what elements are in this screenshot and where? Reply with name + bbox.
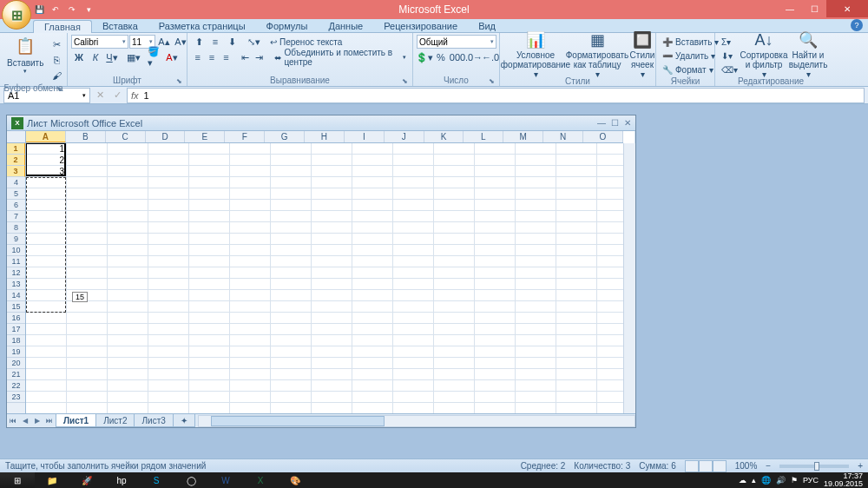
find-select-button[interactable]: 🔍Найти и выделить▾ [787, 35, 829, 76]
column-header-I[interactable]: I [345, 131, 385, 142]
enter-formula-icon[interactable]: ✓ [109, 88, 125, 103]
tab-home[interactable]: Главная [33, 20, 92, 33]
tab-view[interactable]: Вид [468, 19, 506, 32]
view-page-break[interactable] [713, 460, 727, 472]
taskbar-explorer[interactable]: 📁 [35, 472, 69, 488]
format-as-table-button[interactable]: ▦Форматировать как таблицу▾ [569, 35, 625, 76]
row-header-2[interactable]: 2 [7, 155, 25, 166]
column-header-F[interactable]: F [225, 131, 265, 142]
column-header-J[interactable]: J [385, 131, 424, 142]
vertical-scrollbar[interactable] [623, 143, 635, 413]
sheet-tab-3[interactable]: Лист3 [134, 414, 173, 427]
tab-nav-next[interactable]: ▶ [31, 415, 43, 427]
column-header-N[interactable]: N [543, 131, 583, 142]
tab-insert[interactable]: Вставка [92, 19, 148, 32]
office-button[interactable]: ⊞ [2, 0, 31, 30]
view-page-layout[interactable] [699, 460, 713, 472]
decrease-indent-button[interactable]: ⇤ [239, 49, 252, 65]
close-button[interactable]: ✕ [826, 0, 868, 17]
row-header-13[interactable]: 13 [7, 279, 25, 290]
column-header-C[interactable]: C [106, 131, 146, 142]
row-header-5[interactable]: 5 [7, 188, 25, 200]
new-sheet-tab[interactable]: ✦ [173, 414, 195, 427]
worksheet-maximize[interactable]: ☐ [611, 118, 619, 128]
worksheet-titlebar[interactable]: X Лист Microsoft Office Excel — ☐ ✕ [7, 115, 635, 131]
fill-color-button[interactable]: 🪣▾ [148, 49, 163, 65]
row-header-23[interactable]: 23 [7, 392, 25, 403]
copy-button[interactable]: ⎘ [49, 52, 64, 68]
row-header-17[interactable]: 17 [7, 324, 25, 335]
row-header-18[interactable]: 18 [7, 335, 25, 346]
row-header-8[interactable]: 8 [7, 222, 25, 234]
cell-A3[interactable]: 3 [26, 166, 67, 177]
zoom-out[interactable]: − [766, 461, 771, 471]
tab-nav-prev[interactable]: ◀ [19, 415, 31, 427]
help-icon[interactable]: ? [851, 19, 863, 31]
formula-input[interactable]: fx1 [127, 88, 865, 103]
taskbar-paint[interactable]: 🎨 [278, 472, 312, 488]
clear-button[interactable]: ⌫▾ [719, 63, 740, 76]
taskbar-app1[interactable]: 🚀 [69, 472, 104, 488]
align-left-button[interactable]: ≡ [191, 49, 204, 65]
delete-cells-button[interactable]: ➖Удалить▾ [660, 49, 718, 63]
format-painter-button[interactable]: 🖌 [49, 68, 64, 83]
row-header-10[interactable]: 10 [7, 245, 25, 256]
row-header-22[interactable]: 22 [7, 380, 25, 392]
column-header-E[interactable]: E [185, 131, 225, 142]
wrap-text-button[interactable]: ↩Перенос текста [267, 35, 345, 49]
sheet-tab-1[interactable]: Лист1 [56, 414, 96, 427]
tab-nav-last[interactable]: ⏭ [43, 415, 56, 427]
taskbar-skype[interactable]: S [139, 472, 174, 488]
italic-button[interactable]: К [88, 49, 103, 65]
tray-up-icon[interactable]: ▴ [752, 476, 756, 485]
row-header-6[interactable]: 6 [7, 200, 25, 211]
row-header-20[interactable]: 20 [7, 358, 25, 369]
taskbar-word[interactable]: W [208, 472, 243, 488]
format-cells-button[interactable]: 🔧Формат▾ [660, 63, 716, 76]
number-format-combo[interactable]: Общий▾ [417, 35, 496, 49]
cells-grid[interactable]: 12315 [26, 143, 623, 413]
font-color-button[interactable]: A▾ [164, 49, 180, 65]
taskbar-hp[interactable]: hp [104, 472, 139, 488]
autosum-button[interactable]: Σ▾ [719, 35, 740, 49]
row-header-7[interactable]: 7 [7, 211, 25, 222]
tray-network-icon[interactable]: 🌐 [761, 476, 771, 485]
launcher-icon[interactable]: ⬊ [487, 77, 496, 86]
increase-indent-button[interactable]: ⇥ [253, 49, 266, 65]
accounting-button[interactable]: 💲▾ [417, 49, 432, 65]
row-header-4[interactable]: 4 [7, 177, 25, 188]
select-all-corner[interactable] [7, 131, 26, 143]
row-header-12[interactable]: 12 [7, 267, 25, 279]
align-bottom-button[interactable]: ⬇ [224, 34, 240, 49]
row-header-16[interactable]: 16 [7, 313, 25, 324]
increase-decimal-button[interactable]: .0→ [466, 49, 482, 65]
font-family-combo[interactable]: Calibri▾ [71, 35, 128, 49]
row-header-19[interactable]: 19 [7, 346, 25, 358]
tray-flag-icon[interactable]: ⚑ [791, 476, 798, 485]
column-header-K[interactable]: K [424, 131, 464, 142]
comma-button[interactable]: 000 [450, 49, 465, 65]
cancel-formula-icon[interactable]: ✕ [92, 88, 108, 103]
row-header-3[interactable]: 3 [7, 166, 25, 177]
maximize-button[interactable]: ☐ [802, 0, 826, 17]
column-header-O[interactable]: O [583, 131, 623, 142]
column-header-H[interactable]: H [305, 131, 345, 142]
align-right-button[interactable]: ≡ [220, 49, 233, 65]
tab-data[interactable]: Данные [318, 19, 373, 32]
column-header-A[interactable]: A [26, 131, 66, 142]
qat-redo[interactable]: ↷ [64, 2, 80, 17]
launcher-icon[interactable]: ⬊ [400, 77, 409, 86]
decrease-decimal-button[interactable]: ←.0 [483, 49, 498, 65]
orientation-button[interactable]: ⤡▾ [246, 34, 261, 49]
tab-page-layout[interactable]: Разметка страницы [148, 19, 256, 32]
insert-cells-button[interactable]: ➕Вставить▾ [660, 35, 721, 49]
qat-customize[interactable]: ▾ [81, 2, 96, 17]
tray-clock[interactable]: 17:37 19.09.2015 [824, 472, 863, 488]
row-header-21[interactable]: 21 [7, 369, 25, 380]
qat-save[interactable]: 💾 [31, 2, 47, 17]
zoom-slider[interactable] [779, 465, 849, 468]
column-header-L[interactable]: L [464, 131, 503, 142]
worksheet-minimize[interactable]: — [597, 118, 606, 128]
view-normal[interactable] [685, 460, 699, 472]
taskbar-chrome[interactable]: ◯ [174, 472, 208, 488]
